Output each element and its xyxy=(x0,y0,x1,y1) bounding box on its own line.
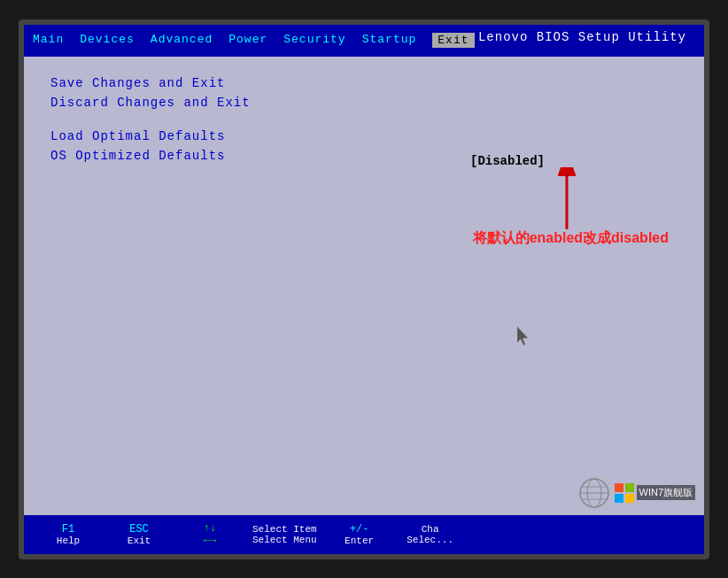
status-select-item: Select Item Select Menu xyxy=(245,524,324,545)
windows-logo-icon xyxy=(615,483,634,503)
status-esc: ESC Exit xyxy=(104,523,174,546)
status-f1-desc: Help xyxy=(57,536,80,546)
option-discard-changes[interactable]: Discard Changes and Exit xyxy=(50,94,678,112)
option-spacer xyxy=(50,113,678,126)
menu-item-exit[interactable]: Exit xyxy=(432,33,474,48)
monitor-frame: Main Devices Advanced Power Security Sta… xyxy=(19,19,709,559)
mouse-cursor xyxy=(517,327,531,346)
svg-rect-8 xyxy=(615,483,623,492)
menu-options: Save Changes and Exit Discard Changes an… xyxy=(50,74,678,165)
status-select-item-label: Select Item xyxy=(252,524,317,535)
status-select-menu-label: Select Menu xyxy=(252,535,317,545)
status-esc-desc: Exit xyxy=(128,536,151,546)
content-area: Save Changes and Exit Discard Changes an… xyxy=(24,57,704,515)
status-select-su-label: Selec... xyxy=(407,535,453,545)
status-arrows-key: ↑↓ xyxy=(204,522,216,535)
status-plus-minus-key: +/- xyxy=(350,523,369,536)
menu-bar: Main Devices Advanced Power Security Sta… xyxy=(24,25,704,57)
menu-item-power[interactable]: Power xyxy=(228,33,267,48)
watermark-container: WIN7旗舰版 xyxy=(579,478,696,508)
status-plus-minus: +/- Enter xyxy=(324,523,395,546)
svg-rect-11 xyxy=(625,494,634,503)
menu-item-security[interactable]: Security xyxy=(283,33,345,48)
menu-item-advanced[interactable]: Advanced xyxy=(151,33,213,48)
status-bar: F1 Help ESC Exit ↑↓ ←→ Select Item Selec… xyxy=(24,515,704,554)
option-os-defaults[interactable]: OS Optimized Defaults xyxy=(50,147,678,165)
status-esc-key: ESC xyxy=(129,523,149,536)
annotation-arrow xyxy=(549,167,585,229)
svg-marker-2 xyxy=(517,327,528,345)
menu-item-startup[interactable]: Startup xyxy=(362,33,417,48)
svg-rect-9 xyxy=(625,483,634,492)
annotation-text: 将默认的enabled改成disabled xyxy=(473,229,669,248)
globe-icon xyxy=(579,478,609,508)
menu-item-main[interactable]: Main xyxy=(33,33,64,48)
win7-badge: WIN7旗舰版 xyxy=(615,483,696,503)
status-f1-key: F1 xyxy=(62,523,74,536)
status-arrows-key2: ←→ xyxy=(204,535,216,547)
status-change-label: Cha xyxy=(422,524,439,535)
win7-label: WIN7旗舰版 xyxy=(637,485,696,500)
disabled-badge: [Disabled] xyxy=(470,154,545,168)
status-f1: F1 Help xyxy=(33,523,104,546)
option-load-defaults[interactable]: Load Optimal Defaults xyxy=(50,127,678,145)
menu-item-devices[interactable]: Devices xyxy=(80,33,135,48)
status-change: Cha Selec... xyxy=(395,524,466,545)
status-enter-label: Enter xyxy=(345,536,374,546)
bios-title: Lenovo BIOS Setup Utility xyxy=(478,30,686,44)
option-save-changes[interactable]: Save Changes and Exit xyxy=(50,74,678,92)
menu-items: Main Devices Advanced Power Security Sta… xyxy=(33,33,475,48)
svg-rect-10 xyxy=(615,494,623,503)
bios-screen: Main Devices Advanced Power Security Sta… xyxy=(24,25,704,554)
status-arrows: ↑↓ ←→ xyxy=(174,522,245,547)
